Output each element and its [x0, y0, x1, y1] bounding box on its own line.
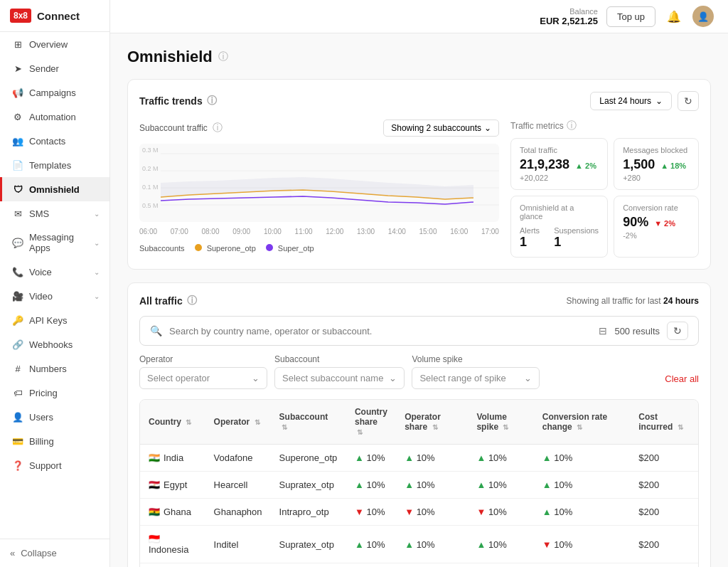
- sidebar-item-label: Sender: [29, 63, 59, 74]
- sidebar-item-sms[interactable]: ✉ SMS ⌄: [0, 201, 109, 226]
- sidebar-item-label: Messaging Apps: [29, 232, 88, 253]
- volume-filter-select[interactable]: Select range of spike ⌄: [412, 367, 540, 389]
- cell-country: 🇮🇳India: [140, 445, 205, 472]
- sidebar-item-users[interactable]: 👤 Users: [0, 405, 109, 429]
- sidebar-item-voice[interactable]: 📞 Voice ⌄: [0, 260, 109, 284]
- sidebar-item-campaigns[interactable]: 📢 Campaigns: [0, 80, 109, 105]
- time-selector-button[interactable]: Last 24 hours ⌄: [590, 92, 672, 110]
- sidebar-item-messaging-apps[interactable]: 💬 Messaging Apps ⌄: [0, 226, 109, 260]
- cell-country-share: ▲ 10%: [346, 472, 396, 499]
- arrow-down-icon: ▼: [542, 539, 552, 550]
- chart-time-labels: 06:0007:00 08:0009:00 10:0011:00 12:0013…: [139, 225, 499, 238]
- cell-country: 🇪🇬Egypt: [140, 472, 205, 499]
- traffic-info: Showing all traffic for last 24 hours: [566, 296, 699, 306]
- clear-all-button[interactable]: Clear all: [665, 369, 699, 389]
- main-content: Balance EUR 2,521.25 Top up 🔔 👤 Omnishie…: [110, 0, 728, 567]
- subaccount-filter-label: Subaccount: [274, 354, 405, 364]
- chart-header: Subaccount traffic ⓘ Showing 2 subaccoun…: [139, 120, 499, 137]
- table-body: 🇮🇳India Vodafone Superone_otp ▲ 10% ▲ 10…: [140, 445, 698, 568]
- col-country-share[interactable]: Countryshare ⇅: [346, 400, 396, 445]
- filter-icon[interactable]: ⊟: [599, 325, 607, 337]
- topup-button[interactable]: Top up: [606, 6, 655, 27]
- col-subaccount[interactable]: Subaccount ⇅: [271, 400, 346, 445]
- sidebar-item-billing[interactable]: 💳 Billing: [0, 429, 109, 453]
- cell-cost: $200: [630, 526, 698, 563]
- col-cost-incurred[interactable]: Cost incurred ⇅: [630, 400, 698, 445]
- sidebar-item-api-keys[interactable]: 🔑 API Keys: [0, 308, 109, 332]
- metric-blocked-badge: ▲ 18%: [660, 161, 686, 170]
- sidebar-item-automation[interactable]: ⚙ Automation: [0, 105, 109, 129]
- cell-cost: $200: [630, 499, 698, 526]
- notifications-button[interactable]: 🔔: [664, 7, 684, 26]
- metric-total-traffic: Total traffic 21,9,238 ▲ 2% +20,022: [510, 138, 608, 190]
- sidebar-item-label: Support: [29, 460, 62, 471]
- sidebar-item-pricing[interactable]: 🏷 Pricing: [0, 381, 109, 405]
- sidebar-item-label: Pricing: [29, 388, 58, 398]
- chevron-down-icon: ⌄: [94, 292, 100, 300]
- chart-area: Subaccount traffic ⓘ Showing 2 subaccoun…: [139, 120, 499, 258]
- top-bar: Balance EUR 2,521.25 Top up 🔔 👤: [110, 0, 728, 33]
- sidebar-item-webhooks[interactable]: 🔗 Webhooks: [0, 332, 109, 356]
- chart-help-icon[interactable]: ⓘ: [213, 122, 223, 133]
- arrow-up-icon: ▲: [405, 479, 414, 490]
- search-input[interactable]: [169, 326, 592, 337]
- billing-icon: 💳: [12, 435, 23, 447]
- trends-help-icon[interactable]: ⓘ: [207, 95, 217, 107]
- search-bar: 🔍 ⊟ 500 results ↻: [139, 316, 699, 346]
- megaphone-icon: 📢: [12, 87, 23, 98]
- cell-subaccount: Intrapro_otp: [271, 499, 346, 526]
- col-country[interactable]: Country ⇅: [140, 400, 205, 445]
- traffic-refresh-button[interactable]: ↻: [667, 322, 688, 340]
- all-traffic-help-icon[interactable]: ⓘ: [187, 295, 197, 307]
- metric-blocked-sub: +280: [623, 174, 690, 182]
- chevron-down-icon: ⌄: [655, 96, 663, 106]
- sidebar-item-label: Users: [29, 412, 53, 423]
- file-icon: 📄: [12, 159, 23, 171]
- chart-legend: Subaccounts Superone_otp Super_otp: [139, 244, 499, 253]
- trends-header: Traffic trends ⓘ Last 24 hours ⌄ ↻: [139, 91, 699, 111]
- cell-subaccount: Superone_otp: [271, 445, 346, 472]
- col-conversion-rate[interactable]: Conversion rate change ⇅: [534, 400, 631, 445]
- col-operator-share[interactable]: Operator share ⇅: [396, 400, 468, 445]
- brand-logo: 8x8: [10, 9, 31, 23]
- key-icon: 🔑: [12, 314, 23, 326]
- sidebar-item-sender[interactable]: ➤ Sender: [0, 56, 109, 80]
- refresh-button[interactable]: ↻: [678, 91, 699, 111]
- shield-icon: 🛡: [12, 184, 23, 195]
- legend-subaccounts-label: Subaccounts: [139, 244, 185, 253]
- subaccount-filter-select[interactable]: Select subaccount name ⌄: [274, 367, 405, 389]
- table-row: 🇪🇬Egypt Cellypt Supratex_otp ▲ 10% ▲ 10%…: [140, 563, 698, 568]
- arrow-up-icon: ▲: [476, 539, 486, 550]
- operator-filter-label: Operator: [139, 354, 267, 364]
- sidebar-item-overview[interactable]: ⊞ Overview: [0, 32, 109, 56]
- title-help-icon[interactable]: ⓘ: [218, 51, 228, 63]
- sidebar-item-video[interactable]: 🎥 Video ⌄: [0, 284, 109, 308]
- collapse-button[interactable]: « Collapse: [0, 539, 109, 567]
- nav-list: ⊞ Overview ➤ Sender 📢 Campaigns ⚙ Automa…: [0, 32, 109, 477]
- table-row: 🇮🇳India Vodafone Superone_otp ▲ 10% ▲ 10…: [140, 445, 698, 472]
- chart-visualization: 0.3 M 0.2 M 0.1 M 0.5 M: [139, 144, 499, 222]
- col-operator[interactable]: Operator ⇅: [205, 400, 271, 445]
- collapse-icon: «: [10, 548, 15, 558]
- cell-operator: Vodafone: [205, 445, 271, 472]
- arrow-down-icon: ▼: [405, 507, 414, 517]
- sidebar-item-label: Campaigns: [29, 88, 76, 98]
- metrics-help-icon[interactable]: ⓘ: [567, 120, 577, 132]
- sidebar-item-contacts[interactable]: 👥 Contacts: [0, 129, 109, 153]
- arrow-up-icon: ▲: [355, 539, 364, 550]
- sidebar-item-support[interactable]: ❓ Support: [0, 453, 109, 477]
- sidebar-item-templates[interactable]: 📄 Templates: [0, 153, 109, 177]
- table-row: 🇪🇬Egypt Hearcell Supratex_otp ▲ 10% ▲ 10…: [140, 472, 698, 499]
- avatar[interactable]: 👤: [692, 6, 714, 27]
- metric-total-value-row: 21,9,238 ▲ 2%: [520, 157, 599, 172]
- metrics-area: Traffic metrics ⓘ Total traffic 21,9,238…: [510, 120, 699, 258]
- operator-filter-select[interactable]: Select operator ⌄: [139, 367, 267, 389]
- showing-subaccounts-button[interactable]: Showing 2 subaccounts ⌄: [383, 120, 499, 137]
- page-content: Omnishield ⓘ Traffic trends ⓘ Last 24 ho…: [110, 33, 728, 567]
- sidebar-item-numbers[interactable]: # Numbers: [0, 356, 109, 381]
- sidebar-item-omnishield[interactable]: 🛡 Omnishield: [0, 177, 109, 201]
- glance-suspensions: Suspensions 1: [554, 226, 599, 250]
- arrow-up-icon: ▲: [542, 507, 552, 517]
- col-volume-spike[interactable]: Volume spike ⇅: [468, 400, 533, 445]
- metric-total-badge: ▲ 2%: [575, 161, 596, 170]
